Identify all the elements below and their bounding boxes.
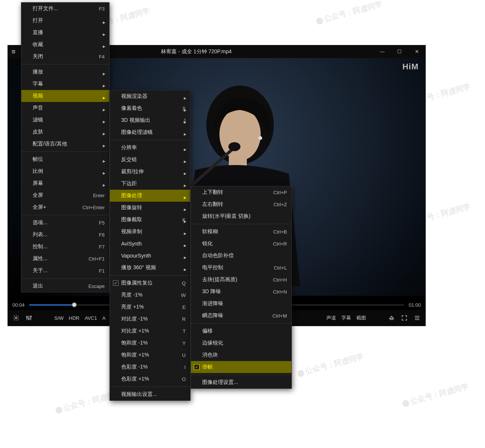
video-menu-item-20[interactable]: 对比度 -1%R [110, 313, 190, 325]
main-menu-item-0[interactable]: 打开文件...F3 [21, 3, 109, 15]
main-menu-item-26[interactable]: 退出Escape [21, 280, 109, 292]
video-menu-item-7[interactable]: 裁剪/拉伸 [110, 166, 190, 178]
menu-label: 反交错 [121, 156, 137, 163]
menu-shortcut: Ctrl+P [258, 190, 287, 195]
video-menu-item-12[interactable]: 视频录制 [110, 226, 190, 238]
minimize-button[interactable]: — [374, 45, 391, 58]
eject-icon[interactable] [388, 314, 395, 322]
maximize-button[interactable]: ☐ [391, 45, 408, 58]
video-menu-item-27[interactable]: 视频输出设置... [110, 388, 190, 400]
seek-thumb[interactable] [72, 303, 77, 307]
imgproc-menu-item-16[interactable]: 倍帧 [191, 361, 291, 373]
imgproc-menu-item-2[interactable]: 旋转(水平|垂直 切换) [191, 210, 291, 222]
video-menu-item-23[interactable]: 饱和度 +1%U [110, 349, 190, 361]
hdr-button[interactable]: HDR [69, 315, 80, 321]
video-menu-item-19[interactable]: 亮度 +1%E [110, 301, 190, 313]
imgproc-menu-item-13[interactable]: 偏移 [191, 325, 291, 337]
video-menu-item-11[interactable]: 图像截取K [110, 214, 190, 226]
settings-icon[interactable] [12, 314, 20, 322]
imgproc-menu-item-15[interactable]: 消色块 [191, 349, 291, 361]
imgproc-menu-item-8[interactable]: 去块(提高画质)Ctrl+H [191, 274, 291, 286]
video-menu-item-25[interactable]: 色彩度 +1%O [110, 373, 190, 385]
main-menu-item-17[interactable]: 全屏Enter [21, 189, 109, 201]
menu-icon[interactable]: ≡ [8, 48, 19, 56]
imgproc-menu-item-1[interactable]: 左右翻转Ctrl+Z [191, 198, 291, 210]
video-menu-item-17[interactable]: 图像属性复位Q [110, 277, 190, 289]
video-menu-item-1[interactable]: 像素着色S [110, 102, 190, 114]
main-menu-item-24[interactable]: 关于...F1 [21, 265, 109, 277]
video-menu-item-15[interactable]: 播放 360° 视频 [110, 262, 190, 274]
screenshot-button[interactable]: 截图 [356, 315, 366, 321]
menu-label: 图像旋转 [121, 204, 142, 211]
menu-shortcut: Y [167, 340, 186, 346]
main-menu-item-10[interactable]: 滤镜 [21, 114, 109, 126]
main-menu-item-4[interactable]: 关闭F4 [21, 51, 109, 63]
menu-label: 滤镜 [33, 117, 43, 123]
menu-shortcut: Ctrl+L [259, 265, 287, 271]
menu-shortcut: F1 [84, 268, 105, 274]
imgproc-menu-item-9[interactable]: 3D 降噪Ctrl+N [191, 286, 291, 298]
video-menu-item-14[interactable]: VapourSynth [110, 250, 190, 262]
menu-label: 对比度 -1% [121, 316, 148, 322]
main-menu-item-9[interactable]: 声音 [21, 102, 109, 114]
video-menu-item-13[interactable]: AviSynth [110, 238, 190, 250]
equalizer-icon[interactable] [25, 314, 33, 322]
main-menu-item-21[interactable]: 列表...F6 [21, 229, 109, 241]
main-menu-item-20[interactable]: 选项...F5 [21, 217, 109, 229]
main-menu-item-12[interactable]: 配置/语言/其他 [21, 138, 109, 150]
video-menu-item-5[interactable]: 分辨率 [110, 142, 190, 154]
imgproc-menu-item-5[interactable]: 锐化Ctrl+R [191, 238, 291, 250]
menu-label: AviSynth [121, 241, 142, 247]
sw-button[interactable]: S/W [54, 315, 64, 321]
audio-channel-button[interactable]: 声道 [326, 315, 336, 321]
main-menu-item-8[interactable]: 视频 [21, 90, 109, 102]
main-menu-item-3[interactable]: 收藏 [21, 39, 109, 51]
imgproc-menu-item-4[interactable]: 软模糊Ctrl+B [191, 226, 291, 238]
main-menu-item-14[interactable]: 帧位 [21, 153, 109, 165]
main-menu-item-22[interactable]: 控制...F7 [21, 241, 109, 253]
imgproc-menu-item-18[interactable]: 图像处理设置... [191, 376, 291, 388]
menu-label: 打开文件... [33, 5, 58, 12]
imgproc-menu-item-11[interactable]: 瞬态降噪Ctrl+M [191, 310, 291, 322]
video-menu-item-2[interactable]: 3D 视频输出J [110, 114, 190, 126]
main-menu-item-15[interactable]: 比例 [21, 165, 109, 177]
video-menu-item-21[interactable]: 对比度 +1%T [110, 325, 190, 337]
imgproc-menu-item-7[interactable]: 电平控制Ctrl+L [191, 262, 291, 274]
main-menu-item-6[interactable]: 播放 [21, 66, 109, 78]
main-menu-item-2[interactable]: 直播 [21, 27, 109, 39]
video-menu-item-22[interactable]: 饱和度 -1%Y [110, 337, 190, 349]
menu-label: 播放 [33, 69, 43, 75]
close-button[interactable]: ✕ [408, 45, 425, 58]
video-menu-item-3[interactable]: 图像处理滤镜 [110, 126, 190, 138]
svg-point-5 [258, 136, 262, 140]
imgproc-menu-item-6[interactable]: 自动色阶补偿 [191, 250, 291, 262]
fullscreen-icon[interactable] [401, 314, 408, 322]
playlist-icon[interactable] [413, 314, 421, 322]
video-menu-item-0[interactable]: 视频渲染器 [110, 90, 190, 102]
imgproc-menu-item-10[interactable]: 渐进降噪 [191, 298, 291, 310]
video-menu-item-9[interactable]: 图像处理 [110, 190, 190, 202]
video-menu-item-18[interactable]: 亮度 -1%W [110, 289, 190, 301]
main-menu-item-7[interactable]: 字幕 [21, 78, 109, 90]
subtitle-button[interactable]: 字幕 [341, 315, 351, 321]
imgproc-menu-item-0[interactable]: 上下翻转Ctrl+P [191, 186, 291, 198]
imgproc-menu-item-14[interactable]: 边缘锐化 [191, 337, 291, 349]
video-menu-item-6[interactable]: 反交错 [110, 154, 190, 166]
menu-label: 配置/语言/其他 [33, 141, 67, 147]
menu-label: 软模糊 [202, 228, 218, 235]
menu-shortcut: Ctrl+Enter [68, 205, 105, 210]
codec2-label[interactable]: A [102, 315, 106, 321]
main-menu-item-11[interactable]: 皮肤 [21, 126, 109, 138]
video-menu-item-8[interactable]: 下边距 [110, 178, 190, 190]
menu-label: 全屏 [33, 192, 43, 199]
submenu-image-processing: 上下翻转Ctrl+P左右翻转Ctrl+Z旋转(水平|垂直 切换)软模糊Ctrl+… [191, 186, 292, 389]
video-menu-item-24[interactable]: 色彩度 -1%I [110, 361, 190, 373]
video-menu-item-10[interactable]: 图像旋转 [110, 202, 190, 214]
codec1-label[interactable]: AVC1 [85, 315, 97, 321]
main-menu-item-16[interactable]: 屏幕 [21, 177, 109, 189]
main-menu-item-1[interactable]: 打开 [21, 15, 109, 27]
menu-label: 去块(提高画质) [202, 276, 237, 283]
menu-separator [110, 275, 190, 276]
main-menu-item-23[interactable]: 属性...Ctrl+F1 [21, 253, 109, 265]
main-menu-item-18[interactable]: 全屏+Ctrl+Enter [21, 201, 109, 213]
